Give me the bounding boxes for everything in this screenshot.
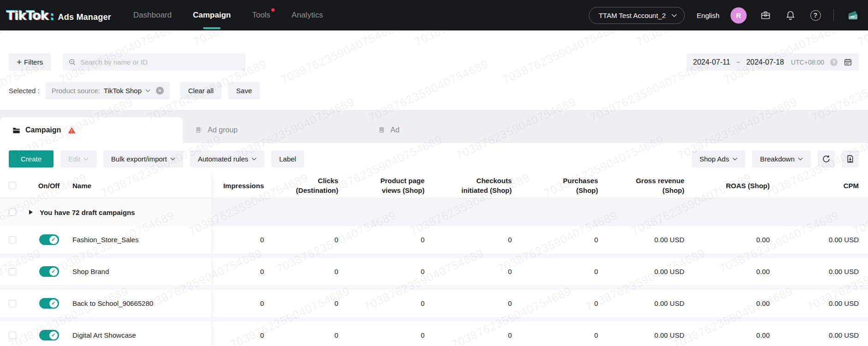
level-tabbar: Campaign Ad group Ad — [0, 110, 868, 143]
row-checkbox[interactable] — [9, 236, 16, 244]
metric-value: 0 — [212, 258, 264, 285]
metric-value: 0.00 — [684, 290, 770, 317]
calendar-icon — [844, 58, 852, 66]
nav-item-campaign[interactable]: Campaign — [192, 0, 232, 30]
chevron-down-icon — [84, 157, 89, 161]
nav-item-dashboard[interactable]: Dashboard — [132, 0, 173, 30]
nav-item-tools[interactable]: Tools — [251, 0, 271, 30]
column-header-product-page-views: Product page views (Shop) — [338, 173, 425, 198]
row-onoff-toggle[interactable] — [39, 298, 59, 309]
date-separator: ~ — [736, 58, 740, 66]
timezone-help-icon[interactable]: ? — [830, 59, 838, 66]
date-start: 2024-07-11 — [693, 58, 730, 66]
tab-ad[interactable]: Ad — [365, 117, 548, 143]
campaign-table-card: Create Edit Bulk export/import Automated… — [0, 143, 868, 346]
clear-all-button[interactable]: Clear all — [180, 82, 221, 99]
check-icon — [49, 268, 58, 276]
campaign-name[interactable]: Fashion_Store_Sales — [72, 236, 138, 244]
date-end: 2024-07-18 — [746, 58, 784, 66]
plus-icon: + — [17, 57, 22, 67]
language-selector[interactable]: English — [697, 12, 719, 19]
notifications-bell-icon[interactable] — [784, 9, 796, 21]
metric-value: 0 — [338, 322, 425, 346]
row-onoff-toggle[interactable] — [39, 266, 59, 277]
metric-value: 0 — [425, 258, 512, 285]
search-input[interactable] — [80, 58, 240, 66]
metric-value: 0.00 — [684, 322, 770, 346]
campaign-name[interactable]: Digital Art Showcase — [72, 331, 136, 339]
draft-row-fill — [212, 198, 868, 226]
row-onoff-toggle[interactable] — [39, 234, 59, 245]
metric-value: 0 — [212, 226, 264, 253]
filter-chip-product-source[interactable]: Product source: TikTok Shop — [46, 82, 170, 99]
tiktok-logo[interactable]: TikTok : Ads Manager — [6, 8, 111, 23]
coupon-ticket-icon[interactable] — [847, 9, 859, 21]
row-checkbox[interactable] — [9, 332, 16, 339]
metric-value: 0.00 USD — [770, 226, 859, 253]
chevron-down-icon — [732, 157, 737, 161]
row-checkbox[interactable] — [9, 209, 16, 216]
primary-nav: Dashboard Campaign Tools Analytics — [132, 0, 324, 30]
metric-value: 0 — [338, 290, 425, 317]
column-header-roas: ROAS (Shop) — [684, 173, 770, 198]
check-icon — [49, 299, 58, 308]
column-header-clicks: Clicks (Destination) — [264, 173, 338, 198]
metric-value: 0 — [425, 226, 512, 253]
check-icon — [49, 236, 58, 244]
campaign-name[interactable]: Back to School_90665280 — [72, 299, 153, 307]
column-header-gross-revenue: Gross revenue (Shop) — [598, 173, 684, 198]
table-row: Digital Art Showcase000000.00 USD0.000.0… — [0, 322, 868, 346]
help-icon[interactable]: ? — [809, 9, 821, 21]
automated-rules-button[interactable]: Automated rules — [190, 150, 264, 167]
notification-dot — [271, 8, 275, 12]
metric-value: 0 — [512, 290, 598, 317]
bulk-export-import-button[interactable]: Bulk export/import — [103, 150, 183, 167]
account-name: TTAM Test Account_2 — [599, 12, 665, 19]
timezone-label: UTC+08:00 — [791, 59, 824, 66]
chevron-down-icon — [251, 157, 257, 161]
metric-value: 0.00 USD — [598, 290, 684, 317]
nav-right-controls: TTAM Test Account_2 English R ? — [589, 7, 859, 24]
select-all-checkbox[interactable] — [9, 182, 16, 189]
logo-text: TikTok — [6, 8, 48, 23]
label-button[interactable]: Label — [271, 150, 304, 167]
date-range-picker[interactable]: 2024-07-11 ~ 2024-07-18 UTC+08:00 ? — [687, 54, 859, 71]
filters-button[interactable]: + Filters — [9, 54, 51, 71]
column-header-impressions: Impressions — [212, 173, 264, 198]
ads-manager-page: TikTok : Ads Manager Dashboard Campaign … — [0, 0, 868, 346]
export-button[interactable] — [842, 150, 859, 167]
expand-caret-icon[interactable] — [29, 210, 33, 215]
business-suite-icon[interactable] — [760, 9, 772, 21]
metric-value: 0.00 USD — [770, 322, 859, 346]
remove-filter-icon[interactable] — [156, 87, 164, 95]
search-box — [63, 54, 245, 71]
avatar[interactable]: R — [730, 7, 747, 24]
column-header-purchases: Purchases (Shop) — [512, 173, 598, 198]
ad-icon — [377, 126, 386, 134]
export-file-icon — [846, 155, 855, 163]
create-button[interactable]: Create — [9, 150, 54, 167]
nav-item-analytics[interactable]: Analytics — [291, 0, 324, 30]
table-row: Fashion_Store_Sales000000.00 USD0.000.00… — [0, 226, 868, 258]
save-button[interactable]: Save — [228, 82, 260, 99]
refresh-button[interactable] — [818, 150, 835, 167]
account-selector[interactable]: TTAM Test Account_2 — [589, 7, 684, 24]
row-checkbox[interactable] — [9, 300, 16, 307]
tab-ad-group[interactable]: Ad group — [183, 117, 365, 143]
table-header: On/Off Name Impressions Clicks (Destinat… — [0, 173, 868, 198]
row-onoff-toggle[interactable] — [39, 330, 59, 340]
tab-campaign[interactable]: Campaign — [0, 117, 183, 143]
campaign-name[interactable]: Shop Brand — [72, 268, 109, 275]
active-tab-underline — [203, 27, 221, 29]
row-checkbox[interactable] — [9, 268, 16, 275]
metric-value: 0.00 USD — [770, 290, 859, 317]
breakdown-selector[interactable]: Breakdown — [752, 150, 811, 167]
logo-colon: : — [50, 10, 54, 23]
table-row: Back to School_90665280000000.00 USD0.00… — [0, 290, 868, 322]
metric-value: 0 — [338, 258, 425, 285]
edit-button[interactable]: Edit — [60, 150, 96, 167]
metric-value: 0 — [264, 290, 338, 317]
shop-ads-selector[interactable]: Shop Ads — [692, 150, 745, 167]
draft-campaigns-row[interactable]: You have 72 draft campaigns — [0, 198, 868, 226]
column-header-onoff: On/Off — [35, 182, 63, 190]
